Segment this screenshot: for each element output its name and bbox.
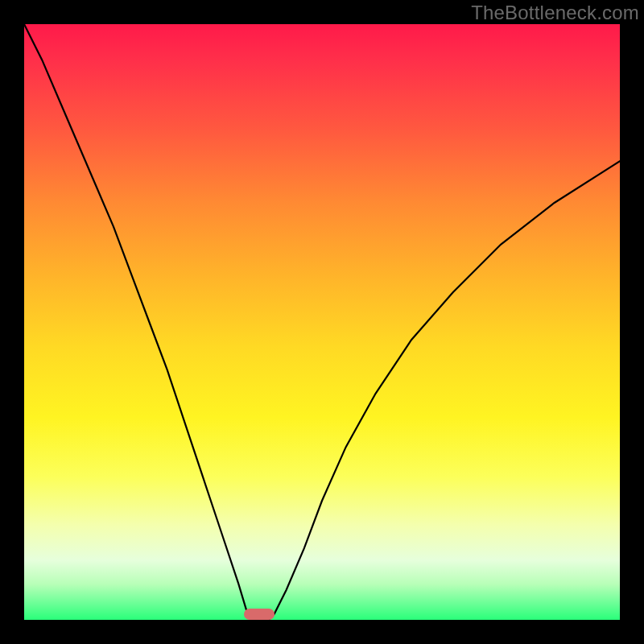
bottleneck-marker: [244, 609, 275, 620]
left-curve: [24, 24, 254, 620]
plot-area: [24, 24, 620, 620]
curve-layer: [24, 24, 620, 620]
watermark-text: TheBottleneck.com: [471, 2, 639, 24]
chart-frame: TheBottleneck.com: [0, 0, 644, 644]
right-curve: [268, 161, 620, 620]
